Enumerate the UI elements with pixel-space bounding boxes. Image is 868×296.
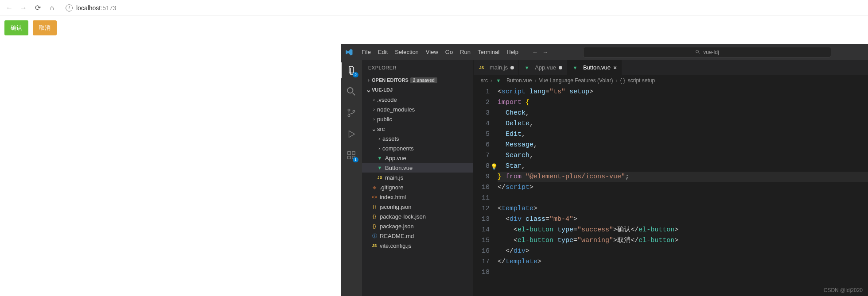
tree-main-js[interactable]: JSmain.js xyxy=(362,173,473,182)
vue-icon: ▼ xyxy=(376,164,383,171)
tree-vscode[interactable]: .vscode xyxy=(362,95,473,104)
extensions-badge: 1 xyxy=(353,157,358,162)
svg-point-0 xyxy=(696,50,699,53)
vscode-window: File Edit Selection View Go Run Terminal… xyxy=(341,44,868,296)
command-center[interactable]: vue-ldj xyxy=(583,47,831,58)
tab-app-vue[interactable]: ▼App.vue xyxy=(519,60,567,75)
tree-pkg[interactable]: {}package.json xyxy=(362,221,473,231)
svg-point-5 xyxy=(348,115,350,117)
confirm-button[interactable]: 确认 xyxy=(4,20,28,35)
menu-bar: File Edit Selection View Go Run Terminal… xyxy=(358,47,522,57)
activity-scm[interactable] xyxy=(345,107,358,119)
tree-node-modules[interactable]: node_modules xyxy=(362,104,473,114)
chevron-right-icon xyxy=(376,136,382,141)
crumb-feature: Vue Language Features (Volar) xyxy=(539,77,613,84)
chevron-down-icon xyxy=(371,127,377,131)
chevron-right-icon xyxy=(376,146,382,151)
activity-debug[interactable] xyxy=(345,128,358,140)
menu-view[interactable]: View xyxy=(423,47,441,57)
nav-forward-icon[interactable]: → xyxy=(542,49,548,55)
tree-jsconfig[interactable]: {}jsconfig.json xyxy=(362,202,473,211)
info-icon[interactable]: i xyxy=(66,4,73,12)
open-editors-label: OPEN EDITORS xyxy=(372,77,409,83)
svg-line-1 xyxy=(698,52,700,54)
project-section[interactable]: VUE-LDJ xyxy=(362,85,473,95)
watermark: CSDN @ldj2020 xyxy=(824,287,863,293)
tab-button-vue[interactable]: ▼Button.vue× xyxy=(567,60,622,75)
git-icon: ◆ xyxy=(371,184,378,191)
vscode-logo-icon xyxy=(345,48,353,56)
tree-gitignore[interactable]: ◆.gitignore xyxy=(362,182,473,192)
chevron-right-icon xyxy=(371,107,377,112)
js-icon: JS xyxy=(478,64,485,71)
dirty-dot-icon xyxy=(559,66,562,69)
editor-group: JSmain.js ▼App.vue ▼Button.vue× src› ▼Bu… xyxy=(474,60,868,296)
chevron-right-icon xyxy=(371,97,377,102)
cancel-button[interactable]: 取消 xyxy=(33,20,57,35)
menu-help[interactable]: Help xyxy=(503,47,522,57)
tree-vite-config[interactable]: JSvite.config.js xyxy=(362,241,473,250)
breadcrumbs[interactable]: src› ▼Button.vue› Vue Language Features … xyxy=(474,75,868,86)
menu-edit[interactable]: Edit xyxy=(375,47,391,57)
url-text: localhost:5173 xyxy=(76,4,116,12)
search-icon xyxy=(346,87,356,96)
browser-toolbar: ← → ⟳ ⌂ i localhost:5173 xyxy=(0,0,868,16)
sidebar-header: EXPLORER ⋯ xyxy=(362,60,473,75)
nav-arrows: ← → xyxy=(532,49,548,55)
js-icon: JS xyxy=(371,242,378,249)
code-lines[interactable]: 💡 <script lang="ts" setup> import { Chec… xyxy=(498,87,868,296)
home-icon[interactable]: ⌂ xyxy=(48,4,56,12)
json-icon: {} xyxy=(371,223,378,230)
svg-rect-7 xyxy=(348,152,350,154)
svg-rect-10 xyxy=(352,152,355,154)
lightbulb-icon[interactable]: 💡 xyxy=(490,162,498,173)
menu-run[interactable]: Run xyxy=(457,47,474,57)
nav-back-icon[interactable]: ← xyxy=(532,49,538,55)
close-icon[interactable]: × xyxy=(613,64,617,71)
tab-main-js[interactable]: JSmain.js xyxy=(474,60,519,75)
titlebar: File Edit Selection View Go Run Terminal… xyxy=(341,44,868,60)
branch-icon xyxy=(346,108,356,118)
menu-go[interactable]: Go xyxy=(442,47,456,57)
address-bar[interactable]: i localhost:5173 xyxy=(66,4,116,12)
activity-search[interactable] xyxy=(345,85,358,98)
line-gutter: 123456789101112131415161718 xyxy=(474,87,498,296)
vue-icon: ▼ xyxy=(572,64,579,71)
tree-pkg-lock[interactable]: {}package-lock.json xyxy=(362,211,473,221)
activity-extensions[interactable]: 1 xyxy=(345,149,358,161)
tree-components[interactable]: components xyxy=(362,143,473,153)
reload-icon[interactable]: ⟳ xyxy=(34,4,42,12)
activity-explorer[interactable]: 2 xyxy=(345,64,358,77)
crumb-file: Button.vue xyxy=(506,77,532,84)
svg-line-3 xyxy=(353,93,355,96)
vue-icon: ▼ xyxy=(523,64,530,71)
crumb-src: src xyxy=(481,77,488,84)
tree-index-html[interactable]: <>index.html xyxy=(362,192,473,202)
chevron-right-icon xyxy=(366,77,372,83)
tree-public[interactable]: public xyxy=(362,114,473,124)
menu-file[interactable]: File xyxy=(358,47,374,57)
tree-readme[interactable]: ⓘREADME.md xyxy=(362,231,473,241)
tree-assets[interactable]: assets xyxy=(362,134,473,143)
open-editors-section[interactable]: OPEN EDITORS 2 unsaved xyxy=(362,75,473,85)
tree-src[interactable]: src xyxy=(362,124,473,134)
braces-icon: { } xyxy=(620,77,625,84)
json-icon: {} xyxy=(371,213,378,220)
tree-button-vue[interactable]: ▼Button.vue xyxy=(362,163,473,173)
menu-selection[interactable]: Selection xyxy=(392,47,421,57)
forward-icon: → xyxy=(19,4,27,12)
svg-point-4 xyxy=(348,109,350,111)
vue-icon: ▼ xyxy=(495,77,502,84)
chevron-right-icon xyxy=(371,116,377,122)
tree-app-vue[interactable]: ▼App.vue xyxy=(362,153,473,163)
back-icon[interactable]: ← xyxy=(5,4,13,12)
svg-rect-8 xyxy=(348,156,350,159)
explorer-sidebar: EXPLORER ⋯ OPEN EDITORS 2 unsaved VUE-LD… xyxy=(362,60,474,296)
svg-point-2 xyxy=(347,88,353,93)
code-editor[interactable]: 123456789101112131415161718 💡 <script la… xyxy=(474,86,868,296)
more-icon[interactable]: ⋯ xyxy=(462,65,467,70)
menu-terminal[interactable]: Terminal xyxy=(475,47,502,57)
html-icon: <> xyxy=(371,193,378,200)
dirty-dot-icon xyxy=(510,66,514,69)
readme-icon: ⓘ xyxy=(371,232,378,239)
